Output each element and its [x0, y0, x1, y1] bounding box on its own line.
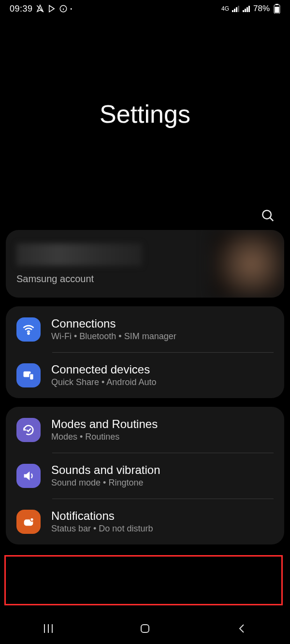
info-icon	[59, 4, 68, 13]
recents-icon	[42, 623, 55, 634]
svg-rect-5	[234, 9, 235, 12]
row-subtitle: Modes • Routines	[51, 432, 158, 442]
settings-group-system: Modes and Routines Modes • Routines Soun…	[6, 407, 284, 544]
back-icon	[237, 623, 246, 634]
page-title: Settings	[100, 100, 190, 129]
settings-row-connections[interactable]: Connections Wi-Fi • Bluetooth • SIM mana…	[6, 306, 284, 352]
battery-text: 78%	[253, 4, 270, 14]
svg-rect-7	[238, 6, 239, 12]
devices-icon	[16, 363, 41, 387]
dot-icon: •	[71, 6, 72, 12]
network-type-label: 4G	[221, 6, 229, 12]
svg-marker-0	[49, 5, 54, 12]
svg-point-15	[262, 210, 271, 219]
search-button[interactable]	[258, 206, 277, 225]
svg-rect-4	[232, 10, 233, 12]
settings-header: Settings	[0, 17, 290, 230]
nav-home-button[interactable]	[116, 619, 174, 638]
svg-rect-8	[243, 10, 244, 12]
settings-row-notifications[interactable]: Notifications Status bar • Do not distur…	[6, 499, 284, 544]
settings-row-connected-devices[interactable]: Connected devices Quick Share • Android …	[6, 352, 284, 398]
row-title: Sounds and vibration	[51, 463, 160, 477]
settings-group-connectivity: Connections Wi-Fi • Bluetooth • SIM mana…	[6, 306, 284, 398]
location-off-icon	[36, 4, 44, 13]
nav-back-button[interactable]	[213, 619, 271, 638]
account-name-redacted	[16, 243, 142, 266]
navigation-bar	[0, 613, 290, 644]
row-title: Modes and Routines	[51, 417, 158, 431]
row-title: Notifications	[51, 509, 153, 523]
home-icon	[139, 622, 151, 635]
status-left: 09:39 •	[10, 4, 72, 14]
samsung-account-card[interactable]: Samsung account	[6, 230, 284, 298]
row-subtitle: Wi-Fi • Bluetooth • SIM manager	[51, 331, 176, 342]
settings-row-sounds-vibration[interactable]: Sounds and vibration Sound mode • Ringto…	[6, 453, 284, 499]
sound-icon	[16, 464, 41, 488]
signal-icon-2	[243, 5, 250, 12]
row-subtitle: Quick Share • Android Auto	[51, 377, 156, 387]
status-time: 09:39	[10, 4, 33, 14]
avatar-redacted	[212, 230, 284, 298]
svg-rect-19	[29, 373, 33, 380]
svg-rect-25	[141, 625, 149, 632]
wifi-icon	[16, 317, 41, 342]
svg-rect-6	[236, 7, 237, 12]
play-store-icon	[47, 4, 56, 13]
svg-rect-14	[275, 7, 279, 13]
svg-line-16	[270, 217, 273, 221]
row-subtitle: Status bar • Do not disturb	[51, 524, 153, 534]
svg-rect-10	[246, 7, 248, 12]
settings-row-modes-routines[interactable]: Modes and Routines Modes • Routines	[6, 407, 284, 453]
svg-rect-11	[248, 6, 250, 12]
svg-point-21	[30, 517, 34, 521]
row-title: Connections	[51, 317, 176, 330]
battery-icon	[274, 4, 280, 14]
svg-rect-9	[245, 9, 246, 12]
routines-icon	[16, 418, 41, 442]
status-right: 4G 78%	[221, 4, 280, 14]
highlight-annotation	[4, 555, 283, 605]
notifications-icon	[16, 510, 41, 534]
row-title: Connected devices	[51, 363, 156, 376]
svg-point-17	[28, 332, 29, 334]
status-bar: 09:39 • 4G	[0, 0, 290, 17]
nav-recents-button[interactable]	[19, 619, 77, 638]
row-subtitle: Sound mode • Ringtone	[51, 478, 160, 488]
signal-icon	[232, 5, 240, 12]
search-icon	[261, 208, 275, 223]
